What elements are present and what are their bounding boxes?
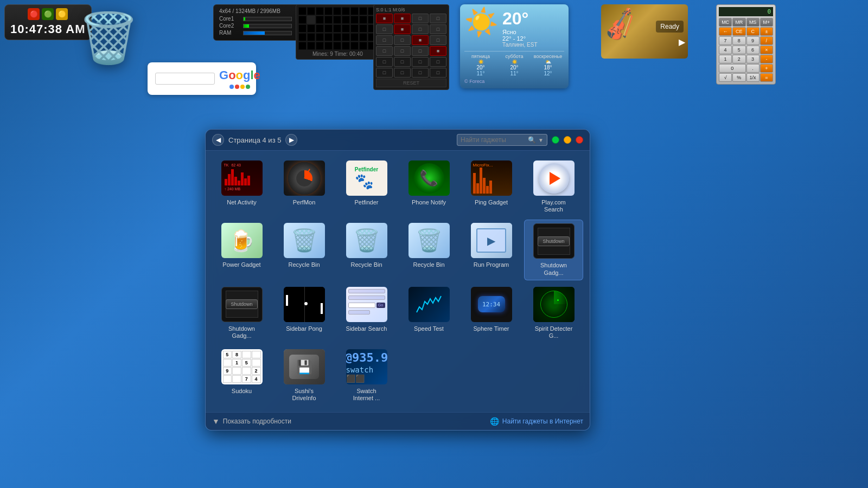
calc-btn-mul[interactable]: × [760,46,773,54]
gadget-item-net-activity[interactable]: TK62 43 ↑ 240 MB [212,157,271,216]
clock-icon-yellow[interactable]: 🟡 [56,8,68,20]
cpu-core2-row: Core2 11% [219,23,307,29]
window-btn-yellow[interactable] [564,136,571,144]
gadget-item-recycle3[interactable]: 🗑️ Recycle Bin [399,220,458,280]
calc-btn-7[interactable]: 7 [719,36,732,45]
window-footer: ▼ Показать подробности 🌐 Найти гаджеты в… [206,412,590,430]
calc-btn-0[interactable]: 0 [719,64,746,73]
clock-icon-green[interactable]: 🟢 [42,8,54,20]
weather-condition: Ясно [502,29,538,35]
calc-btn-3[interactable]: 3 [746,55,760,63]
calc-btn-sign[interactable]: ± [760,27,773,36]
weather-day-sat: суббота ☀️ 20° 11° [498,54,531,76]
clock-icon-red[interactable]: 🔴 [28,8,40,20]
gadget-item-power[interactable]: 🍺 Power Gadget [212,220,271,280]
prev-page-button[interactable]: ◀ [212,134,224,146]
gadget-item-run[interactable]: ▶ Run Program [462,220,521,280]
gadget-item-recycle1[interactable]: 🗑️ Recycle Bin [275,220,334,280]
gadget-item-shutdown1[interactable]: Shutdown Shutdown Gadg... [524,220,583,280]
gadget-label-net-activity: Net Activity [227,199,256,206]
music-next-icon[interactable]: ▶ [679,37,685,47]
gadget-item-sushi[interactable]: 💾 Sushi's DriveInfo [275,346,334,405]
clock-time: 10:47:38 AM [10,22,86,36]
calc-btn-1[interactable]: 1 [719,55,732,63]
gadget-item-speed-test[interactable]: Speed Test [399,284,458,343]
gadget-label-pong: Sidebar Pong [286,325,322,332]
gadget-thumb-run: ▶ [471,223,512,258]
gadget-item-shutdown2[interactable]: Shutdown Shutdown Gadg... [212,284,271,343]
gadget-item-pong[interactable]: Sidebar Pong [275,284,334,343]
weather-temp: 20° [502,9,538,29]
gadget-item-petfinder[interactable]: Petfinder 🐾 Petfinder [337,157,396,216]
gadget-thumb-sphere-timer: 12:34 [471,287,512,322]
search-dropdown-icon[interactable]: ▼ [538,137,544,143]
window-btn-red[interactable] [576,136,583,144]
gadget-item-ping[interactable]: MicroFix... Ping Gadget [462,157,521,216]
gadget-item-sudoku[interactable]: 58 15 92 74 Sudoku [212,346,271,405]
calc-btn-mc[interactable]: MC [719,18,732,27]
find-online-label: Найти гаджеты в Интернет [502,418,583,425]
page-indicator: Страница 4 из 5 [228,136,281,144]
gadget-grid: TK62 43 ↑ 240 MB [206,151,590,412]
calc-btn-sqrt[interactable]: √ [719,73,732,82]
calc-btn-2[interactable]: 2 [732,55,745,63]
calc-btn-pct[interactable]: % [732,73,745,82]
gadget-item-recycle2[interactable]: 🗑️ Recycle Bin [337,220,396,280]
weather-source: © Foreca [464,79,564,84]
gadget-item-perfmon[interactable]: PerfMon [275,157,334,216]
calc-btn-6[interactable]: 6 [746,46,760,54]
calc-btn-c[interactable]: C [746,27,760,36]
swatch-at-symbol: @935.9 [346,351,387,364]
window-nav: ◀ Страница 4 из 5 ▶ [212,134,297,146]
weather-sun-icon: ☀️ [464,9,498,36]
cpu-core1-bar [243,17,292,21]
gadget-item-sphere-timer[interactable]: 12:34 Sphere Timer [462,284,521,343]
calc-btn-eq[interactable]: = [760,73,773,82]
calc-btn-4[interactable]: 4 [719,46,732,54]
calc-btn-mplus[interactable]: M+ [760,18,773,27]
power-mug-icon: 🍺 [229,229,254,253]
next-page-button[interactable]: ▶ [285,134,297,146]
calc-btn-5[interactable]: 5 [732,46,745,54]
window-btn-green[interactable] [552,136,559,144]
calc-btn-ce[interactable]: CE [732,27,745,36]
cpu-ram-bar [243,31,292,35]
gadget-label-run: Run Program [474,261,509,268]
gadget-item-swatch[interactable]: @935.9 swatch ⬛⬛ Swatch Internet ... [337,346,396,405]
search-icon[interactable]: 🔍 [528,136,536,144]
calc-btn-div[interactable]: / [760,36,773,45]
calc-btn-ms[interactable]: MS [746,18,760,27]
calc-btn-mr[interactable]: MR [732,18,745,27]
gadget-item-spirit[interactable]: Spirit Detecter G... [524,284,583,343]
calc-btn-inv[interactable]: 1/x [746,73,760,82]
weather-day-sun: воскресенье ⛅ 18° 12° [532,54,564,76]
recycle-bin-widget[interactable]: 🗑️ [87,8,130,68]
calc-btn-8[interactable]: 8 [732,36,745,45]
calc-btn-sub[interactable]: - [760,55,773,63]
find-online-button[interactable]: 🌐 Найти гаджеты в Интернет [490,417,583,426]
gadget-item-phone-notify[interactable]: 📞 Phone Notify [399,157,458,216]
dark-calc-reset[interactable]: RESET [376,79,446,87]
calc-btn-back[interactable]: ← [719,27,732,36]
weather-city: Таллинн, EST [502,42,538,48]
calc-btn-9[interactable]: 9 [746,36,760,45]
gadget-label-sphere-timer: Sphere Timer [473,325,509,332]
cpu-core2-label: Core2 [219,23,240,29]
window-titlebar: ◀ Страница 4 из 5 ▶ 🔍 ▼ [206,130,590,151]
calc-btn-add[interactable]: + [760,64,773,73]
mines-status: Mines: 9 Time: 00:40 [298,51,377,57]
gadget-item-play[interactable]: Play.com Search [524,157,583,216]
gadget-label-petfinder: Petfinder [354,199,378,206]
google-search-input[interactable] [155,73,215,85]
music-widget: 🎻 Ready ▶ [601,4,688,59]
gadget-thumb-perfmon [284,160,325,196]
calculator-widget[interactable]: 0 MC MR MS M+ ← CE C ± 7 8 9 / 4 5 6 × 1… [716,4,776,85]
dark-calc-widget[interactable]: S:0 L:1 M:0/6 ■■□□ □■□□ □□■□ □□□■ □□□□ □… [373,4,449,90]
gadget-search-input[interactable] [461,136,526,144]
swatch-brand: swatch ⬛⬛ [346,365,387,383]
gadget-item-sidebar-search[interactable]: Go Sidebar Search [337,284,396,343]
weather-days: пятница ☀️ 20° 11° суббота ☀️ 20° 11° во… [464,51,564,76]
calc-btn-dot[interactable]: . [746,64,760,73]
show-details-button[interactable]: ▼ Показать подробности [212,417,291,426]
minesweeper-widget[interactable]: Mines: 9 Time: 00:40 [296,4,380,60]
